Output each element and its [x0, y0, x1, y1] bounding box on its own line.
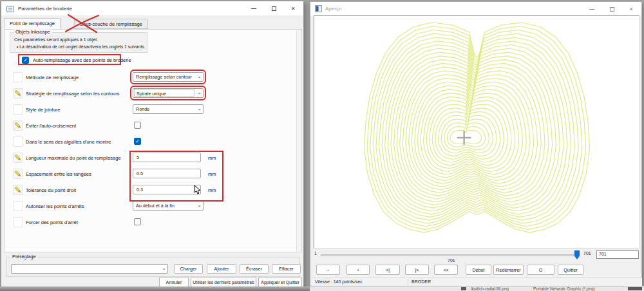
- param-select[interactable]: Spirale unique⌄: [133, 88, 204, 98]
- playback-controls: -+<||><<DébutRedémarrerOQuitter: [310, 265, 643, 276]
- frame-number-input[interactable]: 701: [596, 250, 639, 259]
- param-label: Stratégie de remplissage selon les conto…: [26, 91, 120, 97]
- param-row: Forcer des points d'arrêt: [5, 217, 298, 228]
- preset-select[interactable]: ⌄: [11, 264, 168, 274]
- pencil-icon[interactable]: [13, 88, 23, 99]
- empty-toggle-icon[interactable]: [13, 72, 23, 82]
- rewind-button[interactable]: <<: [434, 265, 458, 275]
- preview-maximize-button[interactable]: [602, 2, 621, 16]
- dialog-titlebar: Paramètres de broderie ✕: [1, 1, 303, 16]
- slider-min-label: 1: [314, 251, 317, 256]
- embroidery-params-dialog: Paramètres de broderie ✕ Point de rempli…: [1, 1, 304, 287]
- slow-down-button[interactable]: -: [316, 265, 340, 275]
- start-button[interactable]: Début: [466, 265, 491, 275]
- combobox-field[interactable]: Spirale unique: [134, 89, 194, 97]
- preview-window: Aperçu ✕ 1 701 701 701 -+<||><<DébutRedé…: [310, 1, 642, 286]
- frame-slider-zone: 1 701 701 701: [310, 249, 643, 263]
- tab-point-de-remplissage[interactable]: Point de remplissage: [4, 18, 61, 29]
- pencil-icon[interactable]: [13, 185, 23, 195]
- preview-minimize-button[interactable]: [582, 2, 601, 16]
- overwrite-preset-button[interactable]: Écraser: [240, 264, 269, 274]
- background-taskbar-fragment: [628, 287, 642, 290]
- param-input[interactable]: 0.5: [133, 169, 201, 178]
- preview-close-button[interactable]: ✕: [621, 2, 641, 16]
- file-icon: [461, 287, 466, 290]
- delete-preset-button[interactable]: Effacer: [272, 264, 301, 274]
- step-back-button[interactable]: <|: [375, 265, 400, 275]
- speed-up-button[interactable]: +: [346, 265, 370, 275]
- center-cross-marker: [457, 131, 471, 145]
- param-checkbox[interactable]: [134, 122, 141, 129]
- param-input[interactable]: 0.3: [133, 185, 201, 194]
- stitch-preview-canvas[interactable]: [314, 15, 639, 249]
- param-row: Méthode de remplissageRemplissage selon …: [5, 72, 298, 83]
- param-row: Éviter l'auto-croisement: [5, 120, 298, 131]
- empty-toggle-icon[interactable]: [13, 201, 23, 211]
- param-select[interactable]: Au début et à la fin⌄: [133, 201, 204, 211]
- param-select[interactable]: Remplissage selon contour⌄: [133, 72, 204, 82]
- apply-and-quit-button[interactable]: Appliquer et Quitter: [258, 277, 302, 287]
- slider-max-label: 701: [583, 251, 591, 256]
- o-button[interactable]: O: [527, 265, 554, 275]
- param-row: Tolérance du point droit0.3mm: [5, 185, 298, 196]
- param-label: Espacement entre les rangées: [26, 171, 91, 177]
- restart-button[interactable]: Redémarrer: [493, 265, 524, 275]
- unit-label: mm: [208, 187, 216, 193]
- slider-center-label: 701: [448, 258, 455, 263]
- crossed-out-scribble: [63, 14, 102, 34]
- param-row: Autoriser les points d'arrêtsAu début et…: [5, 201, 298, 212]
- preset-group: Préréglage ⌄ Charger Ajouter Écraser Eff…: [6, 257, 300, 277]
- step-forward-button[interactable]: |>: [405, 265, 429, 275]
- chevron-down-icon: ⌄: [197, 89, 202, 95]
- background-file-name: ikstitch-radial-fill.png: [471, 286, 509, 291]
- param-label: Éviter l'auto-croisement: [26, 123, 76, 129]
- param-row: Stratégie de remplissage selon les conto…: [5, 88, 298, 99]
- use-last-params-button[interactable]: Utiliser les derniers paramètres: [191, 277, 256, 287]
- autofill-label: Auto-remplissage avec des points de brod…: [33, 58, 131, 63]
- pencil-icon[interactable]: [13, 120, 23, 131]
- minimize-button[interactable]: [244, 1, 263, 15]
- maximize-button[interactable]: [264, 1, 283, 15]
- unit-label: mm: [208, 171, 216, 177]
- add-preset-button[interactable]: Ajouter: [207, 264, 236, 274]
- preview-app-icon: [315, 5, 322, 12]
- cancel-button[interactable]: Annuler: [159, 277, 189, 287]
- preview-title: Aperçu: [325, 2, 341, 15]
- background-file-type: Portable Network Graphic (*.png): [533, 286, 595, 291]
- chevron-down-icon: ⌄: [197, 73, 202, 79]
- empty-toggle-icon[interactable]: [13, 104, 23, 115]
- param-select[interactable]: Ronde⌄: [133, 104, 204, 114]
- inkscape-objects-group: Objets Inkscape Ces paramètres seront ap…: [10, 32, 147, 53]
- autofill-highlight-box: ✓ Auto-remplissage avec des points de br…: [18, 54, 121, 65]
- autofill-checkbox[interactable]: ✓: [22, 57, 29, 64]
- mode-status: BRODER: [412, 279, 431, 284]
- param-input[interactable]: 5: [133, 153, 201, 162]
- frame-slider-thumb[interactable]: [574, 250, 580, 259]
- quit-button[interactable]: Quitter: [558, 265, 583, 275]
- param-label: Méthode de remplissage: [26, 75, 79, 80]
- inkscape-group-title: Objets Inkscape: [14, 29, 52, 35]
- param-row: Dans le sens des aiguilles d'une montre✓: [5, 136, 298, 147]
- chevron-down-icon: ⌄: [197, 202, 202, 208]
- pencil-icon[interactable]: [13, 169, 23, 179]
- param-label: Forcer des points d'arrêt: [26, 220, 78, 225]
- tab-content-panel: Objets Inkscape Ces paramètres seront ap…: [4, 29, 302, 252]
- chevron-down-icon: ⌄: [162, 265, 166, 271]
- param-label: Style de jointure: [26, 107, 61, 113]
- param-checkbox[interactable]: [134, 218, 141, 225]
- background-window-edge: [0, 286, 310, 291]
- frame-slider-track[interactable]: [321, 254, 574, 256]
- close-button[interactable]: ✕: [283, 1, 303, 15]
- preset-group-title: Préréglage: [10, 254, 38, 259]
- empty-toggle-icon[interactable]: [13, 217, 23, 227]
- empty-toggle-icon[interactable]: [13, 136, 23, 147]
- param-row: Espacement entre les rangées0.5mm: [5, 169, 298, 180]
- param-row: Style de jointureRonde⌄: [5, 104, 298, 115]
- dialog-app-icon: [6, 5, 14, 13]
- pencil-icon[interactable]: [13, 153, 23, 163]
- preview-statusbar: Vitesse : 140 points/sec BRODER: [311, 277, 642, 286]
- param-label: Tolérance du point droit: [26, 187, 76, 193]
- param-checkbox[interactable]: ✓: [134, 138, 141, 145]
- load-preset-button[interactable]: Charger: [174, 264, 203, 274]
- param-label: Longueur maximale du point de remplissag…: [26, 155, 121, 161]
